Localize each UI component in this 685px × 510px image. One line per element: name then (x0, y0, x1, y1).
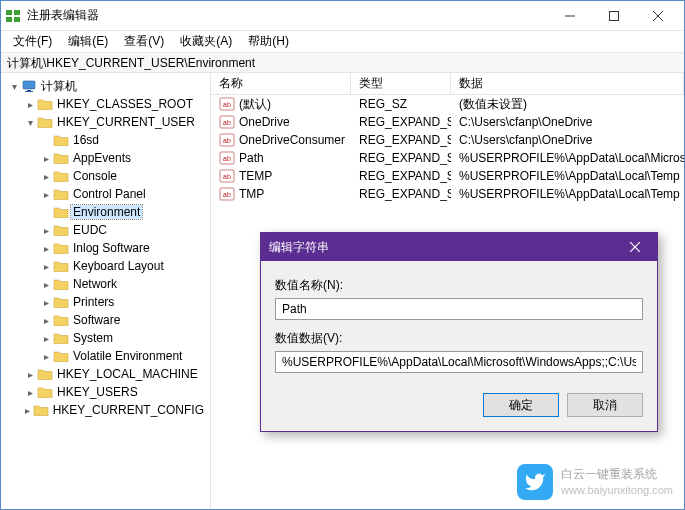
ok-button[interactable]: 确定 (483, 393, 559, 417)
tree-item[interactable]: Environment (1, 203, 210, 221)
tree-item-label: Network (71, 277, 119, 291)
svg-rect-0 (6, 10, 12, 15)
cancel-button[interactable]: 取消 (567, 393, 643, 417)
menu-help[interactable]: 帮助(H) (240, 31, 297, 52)
chevron-down-icon[interactable] (7, 81, 21, 92)
chevron-icon[interactable] (39, 297, 53, 308)
edit-string-dialog: 编辑字符串 数值名称(N): 数值数据(V): 确定 取消 (260, 232, 658, 432)
tree-item[interactable]: Control Panel (1, 185, 210, 203)
chevron-icon[interactable] (23, 405, 33, 416)
cell-data: C:\Users\cfanp\OneDrive (451, 133, 684, 147)
dialog-close-button[interactable] (621, 236, 649, 258)
folder-icon (37, 385, 53, 399)
svg-text:ab: ab (223, 191, 231, 198)
cell-type: REG_SZ (351, 97, 451, 111)
folder-icon (53, 277, 69, 291)
tree-item[interactable]: Network (1, 275, 210, 293)
tree-panel[interactable]: 计算机HKEY_CLASSES_ROOTHKEY_CURRENT_USER16s… (1, 73, 211, 509)
tree-item[interactable]: EUDC (1, 221, 210, 239)
list-row[interactable]: abTMPREG_EXPAND_SZ%USERPROFILE%\AppData\… (211, 185, 684, 203)
address-bar[interactable]: 计算机\HKEY_CURRENT_USER\Environment (1, 53, 684, 73)
list-rows: ab(默认)REG_SZ(数值未设置)abOneDriveREG_EXPAND_… (211, 95, 684, 203)
value-data-input[interactable] (275, 351, 643, 373)
col-header-type[interactable]: 类型 (351, 73, 451, 94)
tree-root[interactable]: 计算机 (1, 77, 210, 95)
tree-item[interactable]: HKEY_USERS (1, 383, 210, 401)
tree-item-label: Inlog Software (71, 241, 152, 255)
tree-item[interactable]: HKEY_CURRENT_CONFIG (1, 401, 210, 419)
tree-item[interactable]: Software (1, 311, 210, 329)
list-row[interactable]: abOneDriveREG_EXPAND_SZC:\Users\cfanp\On… (211, 113, 684, 131)
folder-icon (53, 349, 69, 363)
chevron-icon[interactable] (39, 243, 53, 254)
col-header-name[interactable]: 名称 (211, 73, 351, 94)
value-name-label: 数值名称(N): (275, 277, 643, 294)
chevron-icon[interactable] (23, 99, 37, 110)
tree-item-label: HKEY_USERS (55, 385, 140, 399)
cell-name-text: TMP (239, 187, 264, 201)
cell-name-text: TEMP (239, 169, 272, 183)
tree-item[interactable]: Printers (1, 293, 210, 311)
chevron-icon[interactable] (23, 387, 37, 398)
computer-icon (21, 79, 37, 93)
list-row[interactable]: abTEMPREG_EXPAND_SZ%USERPROFILE%\AppData… (211, 167, 684, 185)
chevron-icon[interactable] (23, 369, 37, 380)
tree-item[interactable]: HKEY_LOCAL_MACHINE (1, 365, 210, 383)
string-value-icon: ab (219, 133, 235, 147)
chevron-icon[interactable] (39, 225, 53, 236)
watermark: 白云一键重装系统 www.baiyunxitong.com (517, 464, 673, 500)
tree-item-label: HKEY_CLASSES_ROOT (55, 97, 195, 111)
svg-text:ab: ab (223, 173, 231, 180)
menu-file[interactable]: 文件(F) (5, 31, 60, 52)
chevron-icon[interactable] (39, 333, 53, 344)
col-header-data[interactable]: 数据 (451, 73, 684, 94)
tree-item[interactable]: HKEY_CLASSES_ROOT (1, 95, 210, 113)
close-button[interactable] (636, 2, 680, 30)
dialog-title: 编辑字符串 (269, 239, 621, 256)
maximize-button[interactable] (592, 2, 636, 30)
folder-icon (53, 259, 69, 273)
list-row[interactable]: ab(默认)REG_SZ(数值未设置) (211, 95, 684, 113)
chevron-icon[interactable] (39, 153, 53, 164)
tree-item[interactable]: Console (1, 167, 210, 185)
svg-text:ab: ab (223, 155, 231, 162)
menu-favorites[interactable]: 收藏夹(A) (172, 31, 240, 52)
chevron-icon[interactable] (39, 171, 53, 182)
chevron-icon[interactable] (39, 351, 53, 362)
string-value-icon: ab (219, 187, 235, 201)
chevron-icon[interactable] (23, 117, 37, 128)
menu-edit[interactable]: 编辑(E) (60, 31, 116, 52)
tree-item[interactable]: HKEY_CURRENT_USER (1, 113, 210, 131)
tree-item[interactable]: Inlog Software (1, 239, 210, 257)
chevron-icon[interactable] (39, 189, 53, 200)
dialog-titlebar[interactable]: 编辑字符串 (261, 233, 657, 261)
value-name-input[interactable] (275, 298, 643, 320)
chevron-icon[interactable] (39, 279, 53, 290)
chevron-icon[interactable] (39, 261, 53, 272)
svg-rect-3 (14, 17, 20, 22)
string-value-icon: ab (219, 169, 235, 183)
minimize-button[interactable] (548, 2, 592, 30)
cell-type: REG_EXPAND_SZ (351, 169, 451, 183)
cell-type: REG_EXPAND_SZ (351, 133, 451, 147)
tree-item-label: HKEY_LOCAL_MACHINE (55, 367, 200, 381)
menu-view[interactable]: 查看(V) (116, 31, 172, 52)
list-row[interactable]: abPathREG_EXPAND_SZ%USERPROFILE%\AppData… (211, 149, 684, 167)
tree-item[interactable]: 16sd (1, 131, 210, 149)
titlebar[interactable]: 注册表编辑器 (1, 1, 684, 31)
string-value-icon: ab (219, 151, 235, 165)
tree-item-label: HKEY_CURRENT_USER (55, 115, 197, 129)
cell-name: abOneDrive (211, 115, 351, 129)
tree-item[interactable]: Keyboard Layout (1, 257, 210, 275)
tree-item-label: AppEvents (71, 151, 133, 165)
list-row[interactable]: abOneDriveConsumerREG_EXPAND_SZC:\Users\… (211, 131, 684, 149)
tree-item[interactable]: System (1, 329, 210, 347)
tree-item[interactable]: Volatile Environment (1, 347, 210, 365)
tree-item-label: HKEY_CURRENT_CONFIG (51, 403, 206, 417)
tree-item-label: Printers (71, 295, 116, 309)
tree-item[interactable]: AppEvents (1, 149, 210, 167)
chevron-icon[interactable] (39, 315, 53, 326)
svg-rect-9 (27, 90, 31, 91)
folder-icon (53, 331, 69, 345)
cell-name-text: OneDriveConsumer (239, 133, 345, 147)
